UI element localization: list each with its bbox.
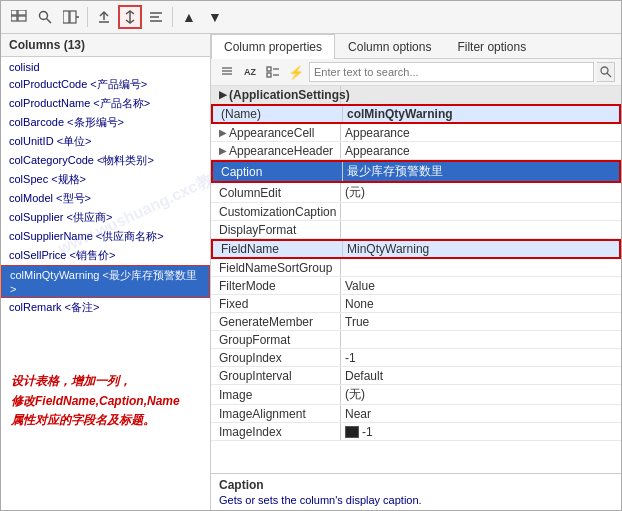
- prop-value--name-: colMinQtyWarning: [343, 106, 619, 122]
- columns-list: colisidcolProductCode <产品编号>colProductNa…: [1, 57, 210, 510]
- toolbar-separator-1: [87, 7, 88, 27]
- column-item-colSupplierName[interactable]: colSupplierName <供应商名称>: [1, 227, 210, 246]
- alphabetical-button[interactable]: AZ: [240, 62, 260, 82]
- prop-row-columnedit[interactable]: ColumnEdit(元): [211, 183, 621, 203]
- properties-grid: ▶(ApplicationSettings)(Name)colMinQtyWar…: [211, 86, 621, 473]
- column-item-colUnitID[interactable]: colUnitID <单位>: [1, 132, 210, 151]
- prop-value-customizationcaption: [341, 203, 621, 220]
- column-item-colSpec[interactable]: colSpec <规格>: [1, 170, 210, 189]
- move-both-button[interactable]: [118, 5, 142, 29]
- prop-value-image: (无): [341, 385, 621, 404]
- categorized-button[interactable]: [217, 62, 237, 82]
- prop-row-caption[interactable]: Caption最少库存预警数里: [211, 160, 621, 183]
- svg-rect-0: [11, 10, 17, 15]
- caption-footer-desc: Gets or sets the column's display captio…: [219, 494, 613, 506]
- prop-row-appearanceheader[interactable]: ▶AppearanceHeaderAppearance: [211, 142, 621, 160]
- caption-footer-title: Caption: [219, 478, 613, 492]
- svg-rect-3: [18, 16, 26, 21]
- prop-row-fieldnamesortgroup[interactable]: FieldNameSortGroup: [211, 259, 621, 277]
- left-panel: Columns (13) colisidcolProductCode <产品编号…: [1, 34, 211, 510]
- content-area: Columns (13) colisidcolProductCode <产品编号…: [1, 34, 621, 510]
- columns-header: Columns (13): [1, 34, 210, 57]
- align-button[interactable]: [144, 5, 168, 29]
- prop-row-imageindex[interactable]: ImageIndex -1: [211, 423, 621, 441]
- prop-value-imageindex: -1: [341, 423, 621, 440]
- prop-row-displayformat[interactable]: DisplayFormat: [211, 221, 621, 239]
- prop-value-fieldnamesortgroup: [341, 259, 621, 276]
- prop-name-imageindex: ImageIndex: [211, 423, 341, 440]
- svg-point-22: [601, 67, 608, 74]
- property-search-input[interactable]: [309, 62, 594, 82]
- right-panel: Column propertiesColumn optionsFilter op…: [211, 34, 621, 510]
- svg-point-4: [40, 12, 48, 20]
- prop-row-imagealignment[interactable]: ImageAlignmentNear: [211, 405, 621, 423]
- tab-column-properties[interactable]: Column properties: [211, 34, 335, 59]
- up-arrow-button[interactable]: ▲: [177, 5, 201, 29]
- move-up-button[interactable]: [92, 5, 116, 29]
- tab-column-options[interactable]: Column options: [335, 34, 444, 59]
- add-column-button[interactable]: [59, 5, 83, 29]
- prop-row-appearancecell[interactable]: ▶AppearanceCellAppearance: [211, 124, 621, 142]
- prop-value-groupinterval: Default: [341, 367, 621, 384]
- column-item-colModel[interactable]: colModel <型号>: [1, 189, 210, 208]
- svg-rect-2: [11, 16, 17, 21]
- tabs-bar: Column propertiesColumn optionsFilter op…: [211, 34, 621, 59]
- prop-name-groupindex: GroupIndex: [211, 349, 341, 366]
- prop-value-generatemember: True: [341, 313, 621, 330]
- prop-row-fixed[interactable]: FixedNone: [211, 295, 621, 313]
- prop-name--name-: (Name): [213, 106, 343, 122]
- column-item-colSupplier[interactable]: colSupplier <供应商>: [1, 208, 210, 227]
- column-item-colProductName[interactable]: colProductName <产品名称>: [1, 94, 210, 113]
- prop-value-fieldname: MinQtyWarning: [343, 241, 619, 257]
- prop-value-displayformat: [341, 221, 621, 238]
- column-item-colRemark[interactable]: colRemark <备注>: [1, 298, 210, 317]
- prop-name-fixed: Fixed: [211, 295, 341, 312]
- prop-name-appearancecell: ▶AppearanceCell: [211, 124, 341, 141]
- prop-row--name-[interactable]: (Name)colMinQtyWarning: [211, 104, 621, 124]
- prop-name-filtermode: FilterMode: [211, 277, 341, 294]
- svg-rect-1: [18, 10, 26, 15]
- prop-value-imagealignment: Near: [341, 405, 621, 422]
- prop-name--applicationsettings-: ▶(ApplicationSettings): [211, 86, 341, 103]
- property-search-icon: [597, 62, 615, 82]
- svg-rect-6: [63, 11, 69, 23]
- tab-filter-options[interactable]: Filter options: [444, 34, 539, 59]
- prop-value-groupformat: [341, 331, 621, 348]
- toolbar-separator-2: [172, 7, 173, 27]
- prop-name-generatemember: GenerateMember: [211, 313, 341, 330]
- grid-view-button[interactable]: [7, 5, 31, 29]
- prop-row--applicationsettings-[interactable]: ▶(ApplicationSettings): [211, 86, 621, 104]
- prop-row-groupformat[interactable]: GroupFormat: [211, 331, 621, 349]
- column-item-colCategoryCode[interactable]: colCategoryCode <物料类别>: [1, 151, 210, 170]
- main-toolbar: ▲ ▼: [1, 1, 621, 34]
- prop-value-columnedit: (元): [341, 183, 621, 202]
- prop-name-fieldname: FieldName: [213, 241, 343, 257]
- svg-line-5: [47, 19, 52, 24]
- column-item-colBarcode[interactable]: colBarcode <条形编号>: [1, 113, 210, 132]
- prop-row-groupinterval[interactable]: GroupIntervalDefault: [211, 367, 621, 385]
- prop-name-caption: Caption: [213, 162, 343, 181]
- caption-footer: Caption Gets or sets the column's displa…: [211, 473, 621, 510]
- prop-row-fieldname[interactable]: FieldNameMinQtyWarning: [211, 239, 621, 259]
- column-item-colSellPrice[interactable]: colSellPrice <销售价>: [1, 246, 210, 265]
- svg-rect-20: [267, 73, 271, 77]
- prop-row-groupindex[interactable]: GroupIndex-1: [211, 349, 621, 367]
- prop-value-filtermode: Value: [341, 277, 621, 294]
- prop-row-customizationcaption[interactable]: CustomizationCaption: [211, 203, 621, 221]
- prop-row-generatemember[interactable]: GenerateMemberTrue: [211, 313, 621, 331]
- prop-name-imagealignment: ImageAlignment: [211, 405, 341, 422]
- svg-rect-18: [267, 67, 271, 71]
- prop-value--applicationsettings-: [341, 86, 621, 103]
- column-item-colisid[interactable]: colisid: [1, 59, 210, 75]
- prop-row-filtermode[interactable]: FilterModeValue: [211, 277, 621, 295]
- svg-line-23: [607, 73, 611, 77]
- prop-name-image: Image: [211, 385, 341, 404]
- search-button[interactable]: [33, 5, 57, 29]
- events-button[interactable]: ⚡: [286, 62, 306, 82]
- svg-rect-7: [70, 11, 76, 23]
- prop-row-image[interactable]: Image(无): [211, 385, 621, 405]
- column-item-colMinQtyWarning[interactable]: colMinQtyWarning <最少库存预警数里>: [1, 265, 210, 298]
- properties-view-button[interactable]: [263, 62, 283, 82]
- column-item-colProductCode[interactable]: colProductCode <产品编号>: [1, 75, 210, 94]
- down-arrow-button[interactable]: ▼: [203, 5, 227, 29]
